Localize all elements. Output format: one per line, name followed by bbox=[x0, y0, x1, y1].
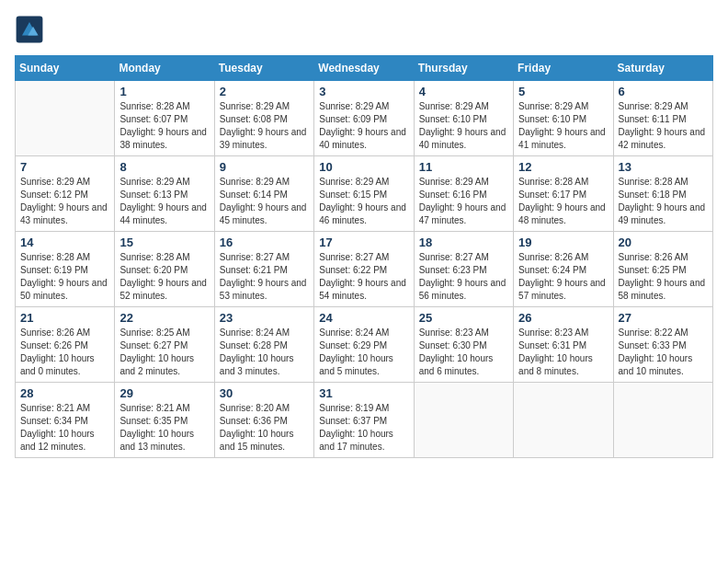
weekday-header: Tuesday bbox=[214, 56, 313, 81]
day-info: Sunrise: 8:29 AMSunset: 6:11 PMDaylight:… bbox=[619, 100, 708, 152]
day-info: Sunrise: 8:21 AMSunset: 6:35 PMDaylight:… bbox=[119, 402, 209, 454]
day-info: Sunrise: 8:28 AMSunset: 6:18 PMDaylight:… bbox=[619, 176, 708, 227]
calendar-week-row: 14Sunrise: 8:28 AMSunset: 6:19 PMDayligh… bbox=[16, 232, 713, 307]
day-number: 13 bbox=[619, 160, 708, 174]
weekday-header: Sunday bbox=[16, 56, 115, 81]
calendar-cell: 21Sunrise: 8:26 AMSunset: 6:26 PMDayligh… bbox=[16, 307, 115, 383]
weekday-header: Monday bbox=[115, 56, 214, 81]
calendar-week-row: 7Sunrise: 8:29 AMSunset: 6:12 PMDaylight… bbox=[16, 156, 713, 232]
calendar-cell bbox=[16, 81, 115, 156]
calendar-cell: 20Sunrise: 8:26 AMSunset: 6:25 PMDayligh… bbox=[613, 232, 712, 307]
day-number: 24 bbox=[319, 311, 408, 325]
page-header bbox=[15, 15, 713, 44]
calendar-cell: 10Sunrise: 8:29 AMSunset: 6:15 PMDayligh… bbox=[314, 156, 414, 232]
calendar-cell: 29Sunrise: 8:21 AMSunset: 6:35 PMDayligh… bbox=[115, 383, 214, 458]
day-info: Sunrise: 8:25 AMSunset: 6:27 PMDaylight:… bbox=[119, 327, 209, 378]
day-number: 20 bbox=[619, 236, 708, 249]
calendar-cell: 5Sunrise: 8:29 AMSunset: 6:10 PMDaylight… bbox=[514, 81, 613, 156]
calendar-cell bbox=[613, 383, 712, 458]
calendar-cell: 14Sunrise: 8:28 AMSunset: 6:19 PMDayligh… bbox=[16, 232, 115, 307]
day-info: Sunrise: 8:29 AMSunset: 6:12 PMDaylight:… bbox=[20, 176, 109, 227]
calendar-cell: 11Sunrise: 8:29 AMSunset: 6:16 PMDayligh… bbox=[414, 156, 513, 232]
calendar-cell: 24Sunrise: 8:24 AMSunset: 6:29 PMDayligh… bbox=[314, 307, 414, 383]
calendar-cell: 6Sunrise: 8:29 AMSunset: 6:11 PMDaylight… bbox=[613, 81, 712, 156]
day-info: Sunrise: 8:29 AMSunset: 6:10 PMDaylight:… bbox=[419, 100, 508, 152]
day-number: 12 bbox=[518, 160, 608, 174]
calendar-cell: 12Sunrise: 8:28 AMSunset: 6:17 PMDayligh… bbox=[514, 156, 613, 232]
day-info: Sunrise: 8:28 AMSunset: 6:07 PMDaylight:… bbox=[119, 100, 209, 152]
logo-icon bbox=[15, 15, 44, 44]
calendar-cell: 9Sunrise: 8:29 AMSunset: 6:14 PMDaylight… bbox=[214, 156, 313, 232]
day-number: 10 bbox=[319, 160, 408, 174]
calendar-cell: 27Sunrise: 8:22 AMSunset: 6:33 PMDayligh… bbox=[613, 307, 712, 383]
day-info: Sunrise: 8:19 AMSunset: 6:37 PMDaylight:… bbox=[319, 402, 408, 454]
day-number: 16 bbox=[220, 236, 309, 249]
weekday-header-row: SundayMondayTuesdayWednesdayThursdayFrid… bbox=[16, 56, 713, 81]
day-info: Sunrise: 8:26 AMSunset: 6:24 PMDaylight:… bbox=[518, 251, 608, 303]
day-info: Sunrise: 8:26 AMSunset: 6:25 PMDaylight:… bbox=[619, 251, 708, 303]
calendar-cell: 23Sunrise: 8:24 AMSunset: 6:28 PMDayligh… bbox=[214, 307, 313, 383]
calendar-week-row: 1Sunrise: 8:28 AMSunset: 6:07 PMDaylight… bbox=[16, 81, 713, 156]
day-number: 4 bbox=[419, 85, 508, 98]
calendar-cell: 25Sunrise: 8:23 AMSunset: 6:30 PMDayligh… bbox=[414, 307, 513, 383]
calendar-cell: 7Sunrise: 8:29 AMSunset: 6:12 PMDaylight… bbox=[16, 156, 115, 232]
calendar-cell: 17Sunrise: 8:27 AMSunset: 6:22 PMDayligh… bbox=[314, 232, 414, 307]
calendar-cell: 31Sunrise: 8:19 AMSunset: 6:37 PMDayligh… bbox=[314, 383, 414, 458]
day-info: Sunrise: 8:24 AMSunset: 6:29 PMDaylight:… bbox=[319, 327, 408, 378]
calendar-week-row: 28Sunrise: 8:21 AMSunset: 6:34 PMDayligh… bbox=[16, 383, 713, 458]
calendar-cell bbox=[514, 383, 613, 458]
day-number: 19 bbox=[518, 236, 608, 249]
day-info: Sunrise: 8:23 AMSunset: 6:30 PMDaylight:… bbox=[419, 327, 508, 378]
calendar-week-row: 21Sunrise: 8:26 AMSunset: 6:26 PMDayligh… bbox=[16, 307, 713, 383]
day-number: 23 bbox=[220, 311, 309, 325]
calendar-cell: 30Sunrise: 8:20 AMSunset: 6:36 PMDayligh… bbox=[214, 383, 313, 458]
day-number: 17 bbox=[319, 236, 408, 249]
day-number: 7 bbox=[20, 160, 109, 174]
day-info: Sunrise: 8:26 AMSunset: 6:26 PMDaylight:… bbox=[20, 327, 109, 378]
day-number: 26 bbox=[518, 311, 608, 325]
day-info: Sunrise: 8:27 AMSunset: 6:22 PMDaylight:… bbox=[319, 251, 408, 303]
day-number: 3 bbox=[319, 85, 408, 98]
calendar-cell: 16Sunrise: 8:27 AMSunset: 6:21 PMDayligh… bbox=[214, 232, 313, 307]
weekday-header: Thursday bbox=[414, 56, 513, 81]
day-info: Sunrise: 8:29 AMSunset: 6:15 PMDaylight:… bbox=[319, 176, 408, 227]
day-number: 27 bbox=[619, 311, 708, 325]
day-info: Sunrise: 8:27 AMSunset: 6:21 PMDaylight:… bbox=[220, 251, 309, 303]
calendar: SundayMondayTuesdayWednesdayThursdayFrid… bbox=[15, 55, 713, 458]
day-number: 18 bbox=[419, 236, 508, 249]
calendar-cell: 3Sunrise: 8:29 AMSunset: 6:09 PMDaylight… bbox=[314, 81, 414, 156]
day-info: Sunrise: 8:29 AMSunset: 6:13 PMDaylight:… bbox=[119, 176, 209, 227]
calendar-cell: 2Sunrise: 8:29 AMSunset: 6:08 PMDaylight… bbox=[214, 81, 313, 156]
weekday-header: Wednesday bbox=[314, 56, 414, 81]
calendar-cell bbox=[414, 383, 513, 458]
day-number: 9 bbox=[220, 160, 309, 174]
day-number: 25 bbox=[419, 311, 508, 325]
day-info: Sunrise: 8:29 AMSunset: 6:10 PMDaylight:… bbox=[518, 100, 608, 152]
calendar-cell: 4Sunrise: 8:29 AMSunset: 6:10 PMDaylight… bbox=[414, 81, 513, 156]
day-info: Sunrise: 8:28 AMSunset: 6:17 PMDaylight:… bbox=[518, 176, 608, 227]
calendar-cell: 13Sunrise: 8:28 AMSunset: 6:18 PMDayligh… bbox=[613, 156, 712, 232]
day-info: Sunrise: 8:28 AMSunset: 6:19 PMDaylight:… bbox=[20, 251, 109, 303]
day-info: Sunrise: 8:28 AMSunset: 6:20 PMDaylight:… bbox=[119, 251, 209, 303]
day-number: 28 bbox=[20, 386, 109, 400]
day-number: 6 bbox=[619, 85, 708, 98]
day-info: Sunrise: 8:20 AMSunset: 6:36 PMDaylight:… bbox=[220, 402, 309, 454]
day-info: Sunrise: 8:24 AMSunset: 6:28 PMDaylight:… bbox=[220, 327, 309, 378]
weekday-header: Friday bbox=[514, 56, 613, 81]
calendar-cell: 26Sunrise: 8:23 AMSunset: 6:31 PMDayligh… bbox=[514, 307, 613, 383]
day-number: 5 bbox=[518, 85, 608, 98]
calendar-cell: 28Sunrise: 8:21 AMSunset: 6:34 PMDayligh… bbox=[16, 383, 115, 458]
day-info: Sunrise: 8:29 AMSunset: 6:09 PMDaylight:… bbox=[319, 100, 408, 152]
day-number: 1 bbox=[119, 85, 209, 98]
day-number: 30 bbox=[220, 386, 309, 400]
day-info: Sunrise: 8:29 AMSunset: 6:08 PMDaylight:… bbox=[220, 100, 309, 152]
day-number: 21 bbox=[20, 311, 109, 325]
weekday-header: Saturday bbox=[613, 56, 712, 81]
day-info: Sunrise: 8:29 AMSunset: 6:14 PMDaylight:… bbox=[220, 176, 309, 227]
day-number: 22 bbox=[119, 311, 209, 325]
day-info: Sunrise: 8:21 AMSunset: 6:34 PMDaylight:… bbox=[20, 402, 109, 454]
day-number: 14 bbox=[20, 236, 109, 249]
day-number: 15 bbox=[119, 236, 209, 249]
calendar-cell: 8Sunrise: 8:29 AMSunset: 6:13 PMDaylight… bbox=[115, 156, 214, 232]
logo bbox=[15, 15, 48, 44]
